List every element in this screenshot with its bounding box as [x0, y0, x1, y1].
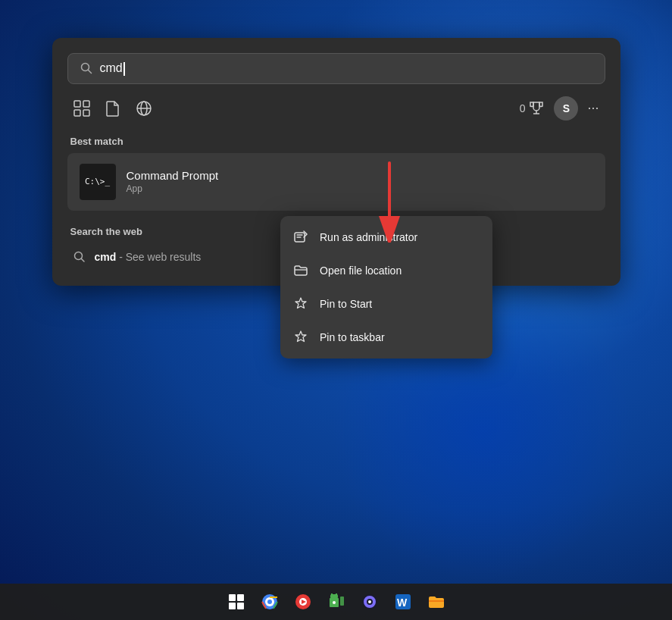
toolbar-right: 0 S ···: [520, 96, 599, 121]
svg-rect-22: [331, 593, 333, 595]
svg-point-25: [333, 601, 336, 604]
web-query-text: cmd: [95, 251, 117, 263]
toolbar-left: [73, 100, 520, 117]
file-explorer-icon[interactable]: [421, 587, 452, 617]
svg-rect-27: [340, 597, 344, 606]
toolbar-row: 0 S ···: [67, 96, 605, 121]
svg-rect-3: [83, 101, 89, 107]
open-file-location-item[interactable]: Open file location: [280, 254, 492, 287]
svg-rect-2: [74, 101, 80, 107]
web-suffix: - See web results: [116, 251, 201, 263]
trophy-count: 0: [520, 100, 545, 117]
chrome-icon[interactable]: [255, 587, 285, 617]
pin-start-icon: [292, 296, 309, 312]
pin-taskbar-icon: [292, 330, 309, 345]
svg-line-12: [81, 258, 84, 261]
app-info: Command Prompt App: [127, 169, 219, 194]
pin-to-start-item[interactable]: Pin to Start: [280, 287, 492, 321]
svg-point-30: [368, 600, 371, 603]
start-button[interactable]: [221, 587, 252, 617]
all-apps-icon[interactable]: [73, 100, 90, 117]
youtube-music-icon[interactable]: [288, 587, 318, 617]
svg-rect-5: [83, 110, 89, 116]
documents-icon[interactable]: [105, 100, 120, 117]
run-admin-icon: [292, 230, 309, 245]
settings-icon[interactable]: [355, 587, 385, 617]
pin-taskbar-label: Pin to taskbar: [320, 331, 385, 343]
avatar-letter: S: [563, 102, 570, 114]
svg-rect-26: [333, 604, 336, 607]
folder-icon: [292, 263, 309, 278]
pin-to-taskbar-item[interactable]: Pin to taskbar: [280, 321, 492, 354]
command-prompt-item[interactable]: C:\>_ Command Prompt App: [67, 153, 605, 211]
open-location-label: Open file location: [320, 265, 402, 277]
search-text: cmd: [100, 61, 123, 74]
windows-logo-icon: [229, 594, 244, 609]
web-icon[interactable]: [136, 100, 152, 117]
search-cursor: [123, 62, 125, 76]
run-admin-label: Run as administrator: [320, 231, 417, 243]
web-search-loop-icon: [73, 251, 86, 263]
app-name: Command Prompt: [127, 169, 219, 182]
more-button[interactable]: ···: [587, 100, 599, 116]
svg-line-1: [88, 70, 91, 74]
web-search-text: cmd - See web results: [95, 251, 202, 263]
svg-point-17: [267, 600, 272, 604]
svg-rect-4: [74, 110, 80, 116]
cmd-icon-inner: C:\>_: [80, 164, 116, 200]
search-input-value: cmd: [100, 61, 592, 76]
context-menu: Run as administrator Open file location …: [280, 216, 492, 359]
phone-link-icon[interactable]: [321, 587, 352, 617]
cmd-app-icon: C:\>_: [80, 164, 116, 200]
app-type: App: [127, 183, 219, 194]
user-avatar[interactable]: S: [554, 96, 578, 121]
search-bar[interactable]: cmd: [67, 53, 605, 84]
trophy-number: 0: [520, 102, 526, 114]
taskbar: W: [0, 584, 672, 620]
search-icon: [80, 62, 92, 74]
word-icon[interactable]: W: [388, 587, 418, 617]
svg-rect-23: [336, 593, 337, 595]
svg-text:W: W: [397, 597, 408, 609]
pin-start-label: Pin to Start: [320, 298, 372, 310]
best-match-label: Best match: [67, 136, 605, 147]
run-as-admin-item[interactable]: Run as administrator: [280, 221, 492, 254]
